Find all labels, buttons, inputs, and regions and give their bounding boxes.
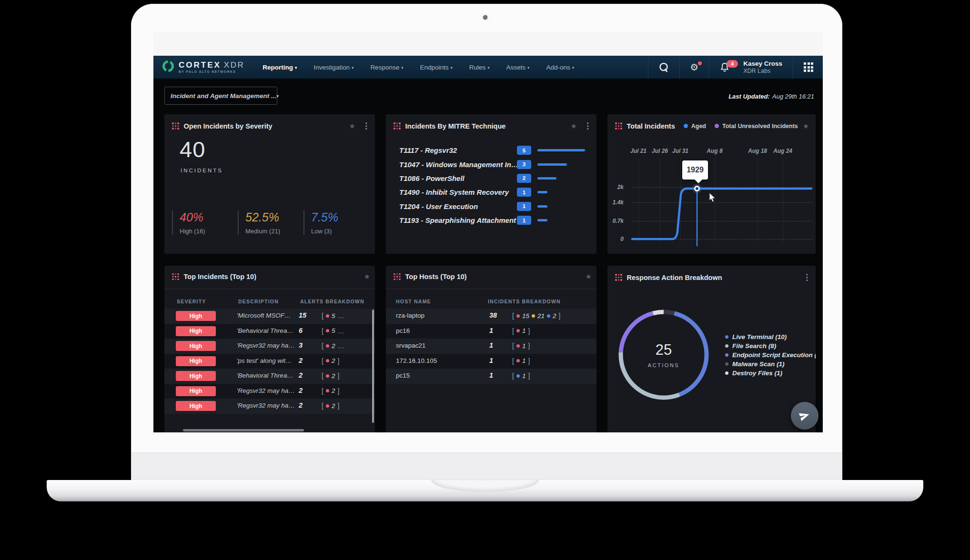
table-row[interactable]: High 'Regsvr32 may ha… 2 [2]: [164, 384, 375, 399]
bar: [537, 163, 567, 166]
actions-total-label: ACTIONS: [648, 362, 679, 368]
legend-dot: [715, 124, 719, 128]
severity-dot-high: [516, 344, 520, 348]
severity-dot-high: [516, 329, 520, 332]
severity-dot-medium: [532, 314, 535, 318]
table-row[interactable]: High 'Regsvr32 may ha… 3 [2…: [164, 339, 375, 354]
logo-brand: CORTEX: [179, 61, 221, 69]
table-row[interactable]: High 'Microsoft MSOF… 15 [5…: [164, 309, 375, 324]
severity-badge: High: [176, 326, 216, 336]
severity-badge: High: [176, 341, 216, 351]
column-header-description: DESCRIPTION: [238, 299, 279, 304]
y-tick: 1.4k: [610, 199, 624, 206]
mitre-row[interactable]: T1490 - Inhibit System Recovery 1: [399, 185, 590, 199]
cortex-logo-icon: [162, 60, 174, 74]
menu-item-response[interactable]: Response▾: [370, 64, 403, 71]
page-background: CORTEX XDR BY PALO ALTO NETWORKS Reporti…: [0, 0, 970, 560]
cortex-logo[interactable]: CORTEX XDR BY PALO ALTO NETWORKS: [153, 60, 244, 74]
kebab-menu-icon[interactable]: ⋮: [362, 121, 370, 131]
favorite-star-icon[interactable]: ★: [364, 272, 370, 281]
menu-item-reporting[interactable]: Reporting▾: [263, 64, 297, 71]
apps-grid-icon[interactable]: [793, 62, 823, 72]
card-open-incidents-by-severity: Open Incidents by Severity ★ ⋮ 40 INCIDE…: [164, 114, 375, 254]
horizontal-scrollbar[interactable]: [183, 429, 304, 431]
legend-item[interactable]: Destroy Files (1): [725, 369, 816, 378]
notification-count-badge: 4: [727, 60, 738, 68]
laptop-base: [47, 480, 923, 501]
messenger-fab-button[interactable]: [791, 402, 818, 430]
actions-total-value: 25: [656, 341, 672, 359]
table-row[interactable]: pc15 1 [1]: [386, 369, 596, 384]
table-row[interactable]: rza-laptop 38 [ 15 21 2 ]: [386, 309, 596, 324]
card-total-incidents: Total Incidents Aged Total Unresolved In…: [607, 114, 816, 254]
table-row[interactable]: pc16 1 [1]: [386, 324, 596, 339]
count-badge: 1: [517, 188, 531, 197]
widget-icon: [172, 122, 179, 130]
card-title: Response Action Breakdown: [627, 274, 722, 281]
kebab-menu-icon[interactable]: ⋮: [584, 121, 592, 131]
mitre-row[interactable]: T1047 - Windows Management In… 3: [399, 157, 590, 171]
table-row[interactable]: High 'Regsvr32 may ha… 2 [2]: [164, 399, 375, 414]
last-updated-text: Last Updated:Aug 29th 16:21: [728, 93, 814, 100]
menu-item-assets[interactable]: Assets▾: [506, 64, 530, 71]
favorite-star-icon[interactable]: ★: [571, 122, 577, 130]
card-top-hosts: Top Hosts (Top 10) ★ HOST NAME INCIDENTS…: [386, 266, 596, 432]
mitre-row[interactable]: T1086 - PowerShell 2: [399, 171, 590, 185]
mitre-row[interactable]: T1117 - Regsvr32 5: [399, 143, 590, 157]
total-incidents-value: 40: [180, 136, 205, 162]
vertical-scrollbar[interactable]: [372, 310, 374, 423]
main-menu: Reporting▾ Investigation▾ Response▾ Endp…: [263, 64, 574, 71]
total-incidents-line-chart[interactable]: Jul 21 Jul 26 Jul 31 Aug 8 Aug 18 Aug 24…: [626, 148, 813, 251]
legend-item[interactable]: Endpoint Script Execution (5): [725, 350, 816, 360]
alert-dot: [326, 404, 329, 408]
mitre-row[interactable]: T1193 - Spearphishing Attachment 1: [399, 213, 590, 227]
legend-item[interactable]: Live Terminal (10): [725, 332, 816, 341]
card-title: Total Incidents: [627, 122, 675, 130]
card-incidents-by-mitre-technique: Incidents By MITRE Technique ★ ⋮ T1117 -…: [386, 114, 596, 254]
bar: [537, 149, 585, 151]
severity-badge: High: [176, 401, 216, 411]
table-row[interactable]: High 'ps test' along wit… 2 [2]: [164, 354, 375, 369]
legend-aged[interactable]: Aged: [684, 123, 706, 130]
menu-item-endpoints[interactable]: Endpoints▾: [420, 64, 452, 71]
webcam-dot: [483, 15, 487, 20]
card-response-action-breakdown: Response Action Breakdown ⋮: [607, 266, 816, 432]
table-row[interactable]: High 'Behavioral Threa… 6 [5…: [164, 324, 375, 339]
count-badge: 2: [517, 174, 531, 183]
table-row[interactable]: 172.16.10.105 1 [1]: [386, 354, 596, 369]
widget-icon: [172, 273, 179, 280]
menu-item-addons[interactable]: Add-ons▾: [546, 64, 574, 71]
notifications-bell-icon[interactable]: 4: [709, 56, 740, 79]
widget-icon: [394, 273, 401, 280]
chevron-down-icon: ▾: [572, 65, 574, 70]
legend-item[interactable]: Malware Scan (1): [725, 360, 816, 369]
kebab-menu-icon[interactable]: ⋮: [803, 272, 811, 282]
response-actions-donut-chart[interactable]: 25 ACTIONS: [617, 309, 710, 401]
screen-top-strip: [153, 32, 823, 56]
table-row[interactable]: srvapac21 1 [1]: [386, 339, 596, 354]
severity-dot-high: [516, 359, 520, 362]
stat-high: 40% High (16): [172, 210, 238, 235]
total-incidents-label: INCIDENTS: [181, 168, 223, 173]
count-badge: 1: [517, 202, 531, 211]
table-row[interactable]: High 'Behavioral Threa… 2 [2]: [164, 369, 375, 384]
severity-badge: High: [176, 356, 216, 366]
legend-total-unresolved[interactable]: Total Unresolved Incidents: [715, 123, 798, 130]
favorite-star-icon[interactable]: ★: [803, 122, 809, 130]
favorite-star-icon[interactable]: ★: [349, 122, 355, 130]
alert-dot: [326, 374, 329, 378]
favorite-star-icon[interactable]: ★: [586, 272, 592, 281]
menu-item-rules[interactable]: Rules▾: [469, 64, 490, 71]
laptop-base-notch: [431, 480, 539, 492]
legend-dot: [725, 353, 728, 357]
settings-gear-icon[interactable]: ⚙: [680, 56, 708, 79]
widget-icon: [615, 274, 622, 281]
mitre-row[interactable]: T1204 - User Execution 1: [399, 200, 590, 213]
alert-dot: [326, 329, 329, 332]
query-help-icon[interactable]: [648, 56, 679, 79]
legend-item[interactable]: File Search (8): [725, 341, 816, 350]
menu-item-investigation[interactable]: Investigation▾: [313, 64, 354, 71]
severity-dot-low: [547, 314, 550, 318]
user-profile[interactable]: Kasey Cross XDR Labs: [740, 60, 793, 74]
dashboard-selector-dropdown[interactable]: Incident and Agent Management ... ▾: [164, 87, 277, 105]
